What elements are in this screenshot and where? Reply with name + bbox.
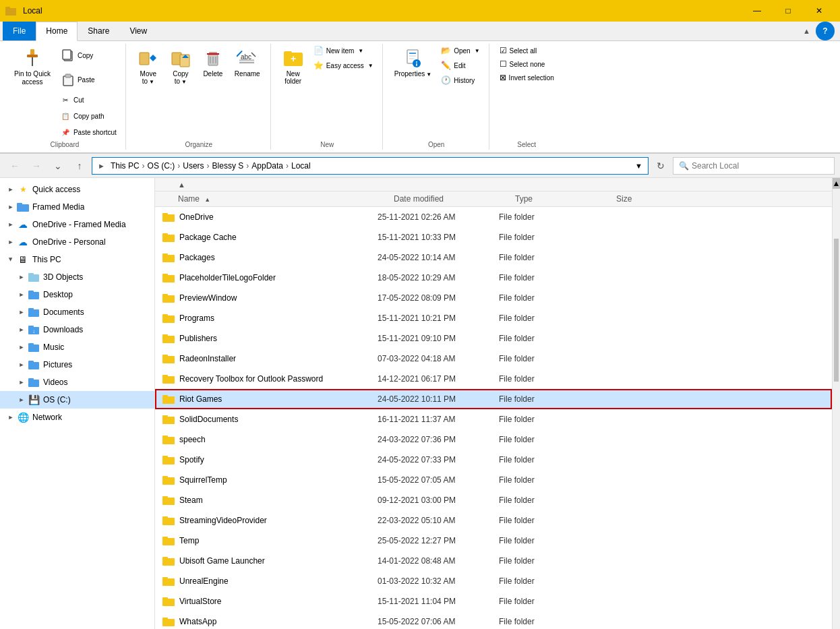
header-size[interactable]: Size xyxy=(616,194,670,204)
header-name[interactable]: Name ▲ xyxy=(178,194,394,204)
refresh-button[interactable]: ↻ xyxy=(651,156,670,175)
new-folder-button[interactable]: + Newfolder xyxy=(278,44,309,88)
recent-locations-button[interactable]: ⌄ xyxy=(49,156,67,175)
table-row[interactable]: Recovery Toolbox for Outlook Password 14… xyxy=(155,369,832,389)
paste-button[interactable]: Paste xyxy=(57,68,120,91)
tab-share[interactable]: Share xyxy=(78,22,119,40)
address-path[interactable]: ► This PC › OS (C:) › Users › Blessy S ›… xyxy=(92,157,649,175)
ribbon-group-select: ☑ Select all ☐ Select none ⊠ Invert sele… xyxy=(491,44,563,150)
table-row[interactable]: VirtualStore 15-11-2021 11:04 PM File fo… xyxy=(155,591,832,611)
properties-button[interactable]: Properties▼ xyxy=(390,44,437,81)
cut-button[interactable]: ✂ Cut xyxy=(57,92,120,107)
maximize-button[interactable]: □ xyxy=(773,0,804,22)
table-row[interactable]: Publishers 15-11-2021 09:10 PM File fold… xyxy=(155,328,832,349)
close-button[interactable]: ✕ xyxy=(804,0,835,22)
open-button[interactable]: 📂 Open ▼ xyxy=(438,44,483,57)
path-blessy[interactable]: Blessy S xyxy=(212,161,244,171)
tab-file[interactable]: File xyxy=(3,22,36,40)
sidebar-item-desktop[interactable]: ► Desktop xyxy=(0,286,154,303)
tab-view[interactable]: View xyxy=(119,22,157,40)
path-sep-2: › xyxy=(177,161,180,171)
edit-button[interactable]: ✏️ Edit xyxy=(438,59,483,72)
tab-home[interactable]: Home xyxy=(36,22,78,41)
easy-access-button[interactable]: ⭐ Easy access ▼ xyxy=(310,59,377,72)
move-to-button[interactable]: Moveto▼ xyxy=(133,44,164,88)
copy-icon xyxy=(60,47,76,63)
table-row[interactable]: Riot Games 24-05-2022 10:11 PM File fold… xyxy=(155,389,832,409)
sidebar-item-pictures[interactable]: ► Pictures xyxy=(0,356,154,373)
rename-button[interactable]: abc Rename xyxy=(230,44,265,81)
table-row[interactable]: SolidDocuments 16-11-2021 11:37 AM File … xyxy=(155,409,832,429)
scrollbar[interactable]: ▲ ▼ xyxy=(832,178,840,629)
table-row[interactable]: Package Cache 15-11-2021 10:33 PM File f… xyxy=(155,227,832,247)
svg-rect-73 xyxy=(162,375,168,378)
table-row[interactable]: Steam 09-12-2021 03:00 PM File folder xyxy=(155,490,832,510)
sidebar-item-videos[interactable]: ► Videos xyxy=(0,373,154,391)
help-button[interactable]: ? xyxy=(816,22,835,40)
scroll-up[interactable]: ▲ xyxy=(833,178,841,189)
table-row[interactable]: RadeonInstaller 07-03-2022 04:18 AM File… xyxy=(155,349,832,369)
table-row[interactable]: Temp 25-05-2022 12:27 PM File folder xyxy=(155,531,832,551)
row-type: File folder xyxy=(499,212,600,222)
table-row[interactable]: SquirrelTemp 15-05-2022 07:05 AM File fo… xyxy=(155,470,832,490)
pin-to-quick-access-button[interactable]: Pin to Quickaccess xyxy=(9,44,55,90)
sidebar-item-onedrive-framed[interactable]: ► ☁ OneDrive - Framed Media xyxy=(0,216,154,233)
copy-button[interactable]: Copy xyxy=(57,44,120,67)
sort-chevron[interactable]: ▲ xyxy=(178,181,185,189)
documents-icon xyxy=(27,305,40,319)
new-item-button[interactable]: 📄 New item ▼ xyxy=(310,44,377,57)
table-row[interactable]: UnrealEngine 01-03-2022 10:32 AM File fo… xyxy=(155,571,832,591)
paste-shortcut-button[interactable]: 📌 Paste shortcut xyxy=(57,125,120,140)
path-users[interactable]: Users xyxy=(183,161,204,171)
sidebar-item-quick-access[interactable]: ► ★ Quick access xyxy=(0,181,154,198)
ribbon-collapse-icon[interactable]: ▲ xyxy=(803,27,810,35)
copy-path-button[interactable]: 📋 Copy path xyxy=(57,109,120,123)
path-appdata[interactable]: AppData xyxy=(251,161,283,171)
path-this-pc[interactable]: This PC xyxy=(111,161,140,171)
sidebar-item-this-pc[interactable]: ► 🖥 This PC xyxy=(0,251,154,268)
sidebar-item-downloads[interactable]: ► ↓ Downloads xyxy=(0,321,154,338)
copy-to-button[interactable]: Copyto▼ xyxy=(165,44,196,88)
sidebar-item-3d-objects[interactable]: ► 3D Objects xyxy=(0,268,154,286)
path-dropdown[interactable]: ▼ xyxy=(635,162,642,170)
table-row[interactable]: StreamingVideoProvider 22-03-2022 05:10 … xyxy=(155,510,832,531)
search-input[interactable] xyxy=(692,161,829,171)
select-none-button[interactable]: ☐ Select none xyxy=(496,57,558,71)
table-row[interactable]: OneDrive 25-11-2021 02:26 AM File folder xyxy=(155,207,832,227)
back-button[interactable]: ← xyxy=(5,156,24,175)
sidebar-item-documents[interactable]: ► Documents xyxy=(0,303,154,321)
minimize-button[interactable]: — xyxy=(742,0,773,22)
table-row[interactable]: PreviewWindow 17-05-2022 08:09 PM File f… xyxy=(155,288,832,308)
scroll-thumb[interactable] xyxy=(833,237,840,383)
table-row[interactable]: PlaceholderTileLogoFolder 18-05-2022 10:… xyxy=(155,268,832,288)
select-all-button[interactable]: ☑ Select all xyxy=(496,44,558,57)
new-item-arrow: ▼ xyxy=(358,48,363,54)
table-row[interactable]: Packages 24-05-2022 10:14 AM File folder xyxy=(155,247,832,268)
sidebar-item-framed-media[interactable]: ► Framed Media xyxy=(0,198,154,216)
table-row[interactable]: speech 24-03-2022 07:36 PM File folder xyxy=(155,429,832,450)
sidebar-item-os-c[interactable]: ► 💾 OS (C:) xyxy=(0,391,154,409)
table-row[interactable]: Programs 15-11-2021 10:21 PM File folder xyxy=(155,308,832,328)
scroll-track[interactable] xyxy=(833,189,840,629)
table-row[interactable]: Ubisoft Game Launcher 14-01-2022 08:48 A… xyxy=(155,551,832,571)
header-type[interactable]: Type xyxy=(515,194,616,204)
header-date[interactable]: Date modified xyxy=(394,194,515,204)
history-button[interactable]: 🕐 History xyxy=(438,73,483,87)
row-name: RadeonInstaller xyxy=(179,354,378,363)
invert-selection-button[interactable]: ⊠ Invert selection xyxy=(496,71,558,84)
sidebar-item-network[interactable]: ► 🌐 Network xyxy=(0,409,154,426)
new-folder-label: Newfolder xyxy=(284,70,301,85)
path-local[interactable]: Local xyxy=(291,161,311,171)
row-name: Temp xyxy=(179,536,378,545)
up-button[interactable]: ↑ xyxy=(70,156,89,175)
table-row[interactable]: WhatsApp 15-05-2022 07:06 AM File folder xyxy=(155,611,832,629)
search-box[interactable]: 🔍 xyxy=(673,157,835,175)
expand-this-pc: ► xyxy=(7,254,14,265)
forward-button[interactable]: → xyxy=(27,156,46,175)
path-os-c[interactable]: OS (C:) xyxy=(148,161,175,171)
delete-button[interactable]: Delete xyxy=(198,44,229,81)
svg-rect-85 xyxy=(162,496,168,499)
sidebar-item-music[interactable]: ► Music xyxy=(0,338,154,356)
table-row[interactable]: Spotify 24-05-2022 07:33 PM File folder xyxy=(155,450,832,470)
sidebar-item-onedrive-personal[interactable]: ► ☁ OneDrive - Personal xyxy=(0,233,154,251)
